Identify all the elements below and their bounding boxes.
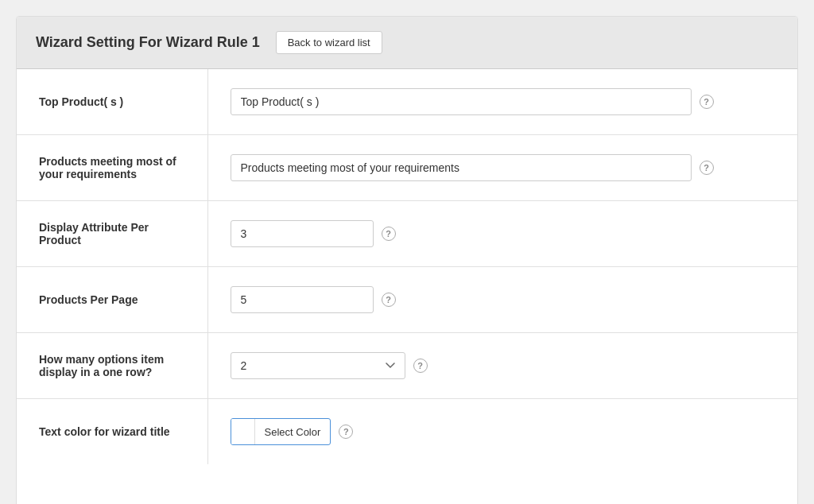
products-per-page-input[interactable] — [231, 286, 374, 313]
table-row: Display Attribute Per Product ? — [17, 201, 797, 267]
top-product-input[interactable] — [231, 88, 692, 115]
back-to-wizard-list-button[interactable]: Back to wizard list — [276, 31, 382, 54]
options-per-row-field-cell: 1 2 3 4 ? — [207, 333, 797, 399]
color-picker-button[interactable]: Select Color — [231, 418, 331, 445]
display-attribute-help-icon[interactable]: ? — [382, 227, 396, 241]
text-color-field-cell: Select Color ? — [207, 399, 797, 465]
color-swatch — [231, 419, 255, 444]
products-per-page-help-icon[interactable]: ? — [382, 293, 396, 307]
display-attribute-input[interactable] — [231, 220, 374, 247]
products-per-page-label: Products Per Page — [17, 267, 207, 333]
text-color-help-icon[interactable]: ? — [339, 425, 353, 439]
table-row: Top Product( s ) ? — [17, 69, 797, 135]
options-per-row-field-row: 1 2 3 4 ? — [231, 352, 776, 379]
products-meeting-input[interactable] — [231, 154, 692, 181]
table-row: Products meeting most of your requiremen… — [17, 135, 797, 201]
products-per-page-field-row: ? — [231, 286, 776, 313]
table-row: How many options item display in a one r… — [17, 333, 797, 399]
display-attribute-field-cell: ? — [207, 201, 797, 267]
options-per-row-label: How many options item display in a one r… — [17, 333, 207, 399]
options-per-row-help-icon[interactable]: ? — [413, 359, 428, 373]
products-meeting-field-cell: ? — [207, 135, 797, 201]
top-product-help-icon[interactable]: ? — [700, 95, 714, 109]
page-title: Wizard Setting For Wizard Rule 1 — [36, 34, 260, 51]
text-color-label: Text color for wizard title — [17, 399, 207, 465]
page-wrapper: Wizard Setting For Wizard Rule 1 Back to… — [16, 16, 798, 504]
display-attribute-field-row: ? — [231, 220, 776, 247]
top-product-field-row: ? — [231, 88, 776, 115]
top-product-label: Top Product( s ) — [17, 69, 207, 135]
products-meeting-field-row: ? — [231, 154, 776, 181]
settings-table: Top Product( s ) ? Products meeting most… — [17, 69, 797, 464]
top-product-field-cell: ? — [207, 69, 797, 135]
page-header: Wizard Setting For Wizard Rule 1 Back to… — [17, 17, 797, 69]
products-meeting-help-icon[interactable]: ? — [700, 161, 714, 175]
select-color-button[interactable]: Select Color — [255, 421, 331, 443]
text-color-field-row: Select Color ? — [231, 418, 776, 445]
products-meeting-label: Products meeting most of your requiremen… — [17, 135, 207, 201]
table-row: Products Per Page ? — [17, 267, 797, 333]
products-per-page-field-cell: ? — [207, 267, 797, 333]
form-content: Top Product( s ) ? Products meeting most… — [17, 69, 797, 464]
display-attribute-label: Display Attribute Per Product — [17, 201, 207, 267]
table-row: Text color for wizard title Select Color… — [17, 399, 797, 465]
options-per-row-select[interactable]: 1 2 3 4 — [231, 352, 405, 379]
